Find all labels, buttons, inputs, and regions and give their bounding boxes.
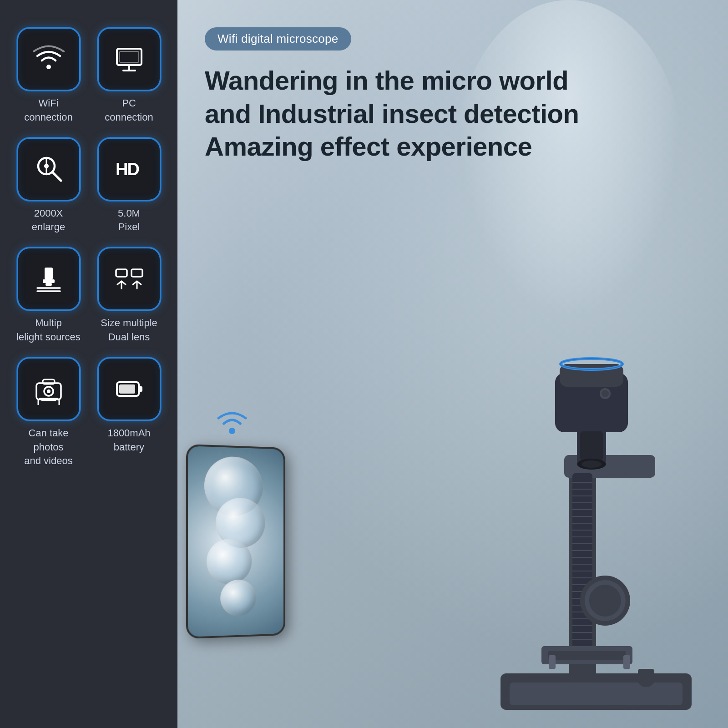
enlarge-label: 2000X enlarge bbox=[32, 207, 65, 235]
light-icon bbox=[33, 263, 65, 295]
headline: Wandering in the micro world and Industr… bbox=[205, 64, 705, 163]
svg-rect-71 bbox=[580, 431, 603, 460]
pixel-label: 5.0M Pixel bbox=[118, 207, 140, 235]
svg-rect-26 bbox=[139, 386, 142, 392]
feature-light: Multip lelight sources bbox=[14, 247, 83, 344]
svg-rect-23 bbox=[38, 399, 59, 405]
feature-photo: Can take photos and videos bbox=[14, 357, 83, 468]
battery-icon bbox=[113, 373, 145, 405]
svg-point-73 bbox=[581, 460, 602, 468]
phone-display bbox=[186, 444, 285, 639]
feature-duallens: Size multiple Dual lens bbox=[94, 247, 164, 344]
svg-point-22 bbox=[47, 389, 51, 393]
sphere-3 bbox=[207, 539, 252, 585]
feature-grid: WiFi connection PC connection bbox=[14, 27, 164, 468]
battery-icon-box bbox=[97, 357, 161, 421]
svg-point-8 bbox=[44, 164, 49, 168]
product-tag: Wifi digital microscope bbox=[205, 27, 351, 51]
svg-rect-19 bbox=[36, 383, 61, 399]
feature-battery: 1800mAh battery bbox=[94, 357, 164, 468]
light-icon-box bbox=[17, 247, 81, 311]
phone-screen bbox=[188, 446, 283, 637]
pc-label: PC connection bbox=[105, 96, 153, 125]
camera-icon bbox=[33, 373, 65, 405]
svg-rect-16 bbox=[131, 269, 142, 277]
feature-enlarge: 2000X enlarge bbox=[14, 137, 83, 235]
magnify-icon-box bbox=[17, 137, 81, 201]
hd-icon: HD bbox=[113, 153, 145, 185]
wifi-signal-float bbox=[214, 405, 250, 437]
feature-wifi: WiFi connection bbox=[14, 27, 83, 125]
svg-line-6 bbox=[53, 172, 61, 181]
svg-point-61 bbox=[589, 585, 621, 617]
pc-icon-box bbox=[97, 27, 161, 91]
duallens-label: Size multiple Dual lens bbox=[101, 316, 157, 344]
svg-rect-27 bbox=[119, 384, 135, 394]
right-content: Wifi digital microscope Wandering in the… bbox=[177, 0, 728, 177]
svg-rect-4 bbox=[120, 51, 139, 62]
microscope-image bbox=[464, 318, 728, 728]
svg-rect-63 bbox=[548, 651, 626, 660]
svg-rect-75 bbox=[623, 655, 630, 669]
headline-line1: Wandering in the micro world bbox=[205, 66, 568, 95]
light-label: Multip lelight sources bbox=[16, 316, 81, 344]
right-panel: Wifi digital microscope Wandering in the… bbox=[177, 0, 728, 728]
svg-rect-74 bbox=[549, 655, 556, 669]
svg-rect-77 bbox=[638, 669, 654, 682]
headline-line3: Amazing effect experience bbox=[205, 131, 532, 161]
photo-label: Can take photos and videos bbox=[14, 426, 83, 468]
svg-point-5 bbox=[38, 158, 55, 174]
svg-point-69 bbox=[602, 390, 609, 397]
left-panel: WiFi connection PC connection bbox=[0, 0, 177, 728]
magnify-icon bbox=[33, 153, 65, 185]
duallens-icon bbox=[113, 263, 145, 295]
svg-rect-1 bbox=[117, 49, 142, 65]
svg-rect-15 bbox=[116, 269, 127, 277]
svg-rect-10 bbox=[45, 268, 53, 279]
svg-point-29 bbox=[229, 428, 235, 434]
battery-label: 1800mAh battery bbox=[107, 426, 150, 455]
duallens-icon-box bbox=[97, 247, 161, 311]
monitor-icon bbox=[113, 43, 145, 75]
svg-rect-25 bbox=[117, 382, 139, 396]
hd-icon-box: HD bbox=[97, 137, 161, 201]
svg-rect-20 bbox=[43, 379, 55, 384]
feature-pixel: HD 5.0M Pixel bbox=[94, 137, 164, 235]
wifi-icon bbox=[33, 43, 65, 75]
svg-rect-28 bbox=[119, 384, 135, 394]
wifi-label: WiFi connection bbox=[24, 96, 72, 125]
svg-rect-12 bbox=[46, 283, 52, 286]
feature-pc: PC connection bbox=[94, 27, 164, 125]
headline-line2: and Industrial insect detection bbox=[205, 99, 579, 128]
microscope-svg bbox=[464, 318, 728, 728]
sphere-4 bbox=[220, 579, 256, 617]
wifi-icon-box bbox=[17, 27, 81, 91]
svg-text:HD: HD bbox=[116, 160, 139, 179]
wifi-float-icon bbox=[214, 405, 250, 435]
camera-icon-box bbox=[17, 357, 81, 421]
svg-rect-31 bbox=[510, 682, 682, 705]
svg-rect-11 bbox=[43, 279, 55, 283]
svg-point-21 bbox=[44, 387, 53, 396]
svg-point-0 bbox=[46, 65, 51, 69]
